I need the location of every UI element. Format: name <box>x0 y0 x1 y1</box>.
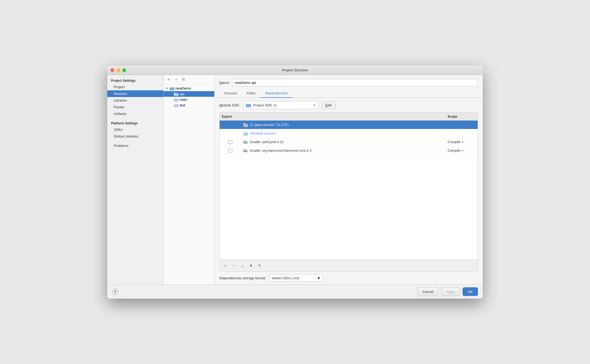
dep-row-jdk[interactable]: 11 (java version "11.0.5") <box>220 121 478 129</box>
tab-sources[interactable]: Sources <box>219 89 242 98</box>
name-row: Name: <box>215 75 483 89</box>
svg-rect-17 <box>247 142 248 144</box>
td-export-gradle-junit <box>220 138 241 146</box>
svg-rect-13 <box>243 132 245 133</box>
scope-arrow-hamcrest[interactable]: ▼ <box>462 149 464 152</box>
dep-toolbar: + − ▲ ▼ ✎ <box>220 260 478 271</box>
td-name-module-source: <Module source> <box>241 129 445 138</box>
svg-rect-11 <box>243 123 245 124</box>
tree-label-api: api <box>180 92 184 96</box>
th-scope: Scope <box>445 115 478 118</box>
scope-text-junit: Compile <box>448 140 460 144</box>
svg-rect-7 <box>174 104 176 105</box>
dep-down-button[interactable]: ▼ <box>248 262 255 269</box>
svg-rect-20 <box>246 149 246 152</box>
scope-arrow-junit[interactable]: ▼ <box>462 141 464 143</box>
td-export-jdk <box>220 121 241 129</box>
ok-button[interactable]: OK <box>463 287 478 296</box>
export-checkbox-gradle-junit[interactable] <box>228 140 232 144</box>
svg-rect-5 <box>174 98 176 99</box>
dep-name-gradle-hamcrest: Gradle: org.hamcrest:hamcrest-core:1.3 <box>250 148 311 153</box>
dep-edit-button[interactable]: ✎ <box>256 262 263 269</box>
tree-node-newdemo[interactable]: ▼ newDemo <box>164 86 214 91</box>
dep-add-button[interactable]: + <box>222 262 229 269</box>
module-sdk-label: Module SDK: <box>219 103 240 107</box>
sdk-select[interactable]: Project SDK 11 ▼ <box>243 101 318 109</box>
svg-rect-16 <box>246 141 246 144</box>
sidebar-item-problems[interactable]: Problems <box>107 142 163 149</box>
sidebar-item-sdks[interactable]: SDKs <box>107 126 163 133</box>
dep-row-gradle-junit[interactable]: Gradle: junit:junit:4.12 Compile ▼ <box>220 138 478 146</box>
sidebar-item-project[interactable]: Project <box>107 84 163 90</box>
tree-node-test[interactable]: test <box>164 102 214 108</box>
dep-remove-button[interactable]: − <box>230 262 237 269</box>
cancel-button[interactable]: Cancel <box>417 287 438 296</box>
folder-icon-api <box>174 92 179 96</box>
content-panel: Name: Sources Paths Dependencies Mo <box>215 75 483 284</box>
module-tree: ▼ newDemo <box>164 84 214 284</box>
name-input[interactable] <box>232 79 478 86</box>
platform-settings-heading: Platform Settings <box>107 120 163 126</box>
module-tree-panel: + − ⎘ ▼ newDemo <box>164 75 215 284</box>
tab-dependencies[interactable]: Dependencies <box>260 89 292 98</box>
dialog-body: Project Settings Project Modules Librari… <box>107 75 483 284</box>
edit-sdk-button[interactable]: Edit <box>322 101 335 109</box>
minimize-button[interactable] <box>116 68 120 72</box>
titlebar: Project Structure <box>107 65 483 75</box>
dialog-footer: ? Cancel Apply OK <box>107 284 483 299</box>
help-button[interactable]: ? <box>112 288 119 295</box>
folder-icon-test <box>174 103 179 107</box>
svg-rect-21 <box>247 150 248 152</box>
name-label: Name: <box>219 81 230 85</box>
sdk-folder-icon <box>246 103 251 107</box>
th-export: Export <box>220 115 241 118</box>
sdk-dropdown-arrow: ▼ <box>313 104 316 107</box>
export-checkbox-gradle-hamcrest[interactable] <box>228 149 232 153</box>
sidebar: Project Settings Project Modules Librari… <box>107 75 164 284</box>
storage-dropdown-arrow: ▼ <box>317 276 320 280</box>
dep-name-jdk: 11 (java version "11.0.5") <box>250 123 289 127</box>
tree-remove-button[interactable]: − <box>173 77 179 83</box>
svg-rect-14 <box>244 140 244 144</box>
dependencies-table: Export Scope <box>219 112 478 272</box>
svg-rect-3 <box>174 93 176 94</box>
storage-format-select[interactable]: IntelliJ IDEA (.iml) ▼ <box>269 274 323 282</box>
maximize-button[interactable] <box>122 68 126 72</box>
footer-left: ? <box>112 288 119 295</box>
project-settings-heading: Project Settings <box>107 77 163 84</box>
jdk-icon <box>243 123 248 127</box>
tabs-row: Sources Paths Dependencies <box>215 89 483 98</box>
sidebar-item-global-libraries[interactable]: Global Libraries <box>107 133 163 140</box>
dep-name-module-source: <Module source> <box>250 131 276 135</box>
sidebar-item-libraries[interactable]: Libraries <box>107 97 163 104</box>
dep-up-button[interactable]: ▲ <box>239 262 246 269</box>
td-name-gradle-junit: Gradle: junit:junit:4.12 <box>241 138 445 146</box>
tree-add-button[interactable]: + <box>166 77 172 83</box>
dep-row-gradle-hamcrest[interactable]: Gradle: org.hamcrest:hamcrest-core:1.3 C… <box>220 146 478 155</box>
svg-rect-15 <box>245 141 245 144</box>
scope-text-hamcrest: Compile <box>448 148 460 153</box>
sidebar-item-modules[interactable]: Modules <box>107 90 163 97</box>
dep-name-gradle-junit: Gradle: junit:junit:4.12 <box>250 140 283 144</box>
svg-rect-9 <box>246 103 248 105</box>
apply-button[interactable]: Apply <box>441 287 460 296</box>
tab-paths[interactable]: Paths <box>242 89 260 98</box>
tree-label-newdemo: newDemo <box>175 86 191 90</box>
tree-toolbar: + − ⎘ <box>164 75 214 84</box>
gradle-icon-hamcrest <box>243 148 248 153</box>
tree-node-api[interactable]: api <box>164 91 214 97</box>
tree-copy-button[interactable]: ⎘ <box>181 77 187 83</box>
td-scope-gradle-junit: Compile ▼ <box>445 138 478 146</box>
svg-rect-19 <box>245 150 245 152</box>
dep-row-module-source[interactable]: <Module source> <box>220 129 478 138</box>
tree-label-main: main <box>180 98 187 102</box>
folder-icon-main <box>174 98 179 102</box>
close-button[interactable] <box>110 68 114 72</box>
project-structure-dialog: Project Structure Project Settings Proje… <box>107 65 483 299</box>
table-header: Export Scope <box>220 113 478 121</box>
sidebar-item-artifacts[interactable]: Artifacts <box>107 110 163 117</box>
tree-node-main[interactable]: main <box>164 97 214 102</box>
sidebar-item-facets[interactable]: Facets <box>107 104 163 110</box>
storage-format-row: Dependencies storage format: IntelliJ ID… <box>215 272 483 284</box>
td-name-jdk: 11 (java version "11.0.5") <box>241 121 445 129</box>
